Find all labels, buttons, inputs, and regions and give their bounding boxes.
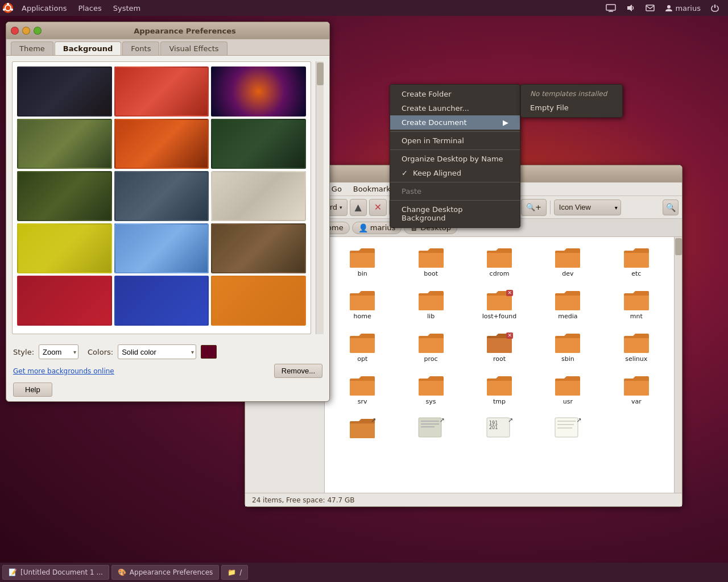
wallpaper-thumb-3[interactable] <box>211 66 306 117</box>
context-create-launcher[interactable]: Create Launcher... <box>390 101 520 115</box>
panel-mail-icon[interactable] <box>641 0 659 16</box>
remove-button[interactable]: Remove... <box>274 364 322 378</box>
style-colors-row: Style: Zoom Stretch Center Tile Colors: … <box>13 344 322 359</box>
folder-sbin[interactable]: sbin <box>535 327 601 367</box>
context-create-document[interactable]: Create Document ▶ <box>390 115 520 130</box>
fm-search-button[interactable]: 🔍 <box>663 199 679 215</box>
folder-lib[interactable]: lib <box>398 284 464 325</box>
folder-sbin-name: sbin <box>561 355 574 363</box>
view-mode-select[interactable]: Icon View List View Compact View <box>554 199 621 215</box>
tab-background[interactable]: Background <box>55 41 122 55</box>
panel-right: marius <box>601 0 728 16</box>
wallpaper-thumb-11[interactable] <box>114 223 209 273</box>
minimize-button[interactable] <box>22 27 30 35</box>
folder-proc[interactable]: proc <box>398 327 464 367</box>
wallpaper-thumb-6[interactable] <box>211 119 306 169</box>
folder-lostfound[interactable]: ✕ lost+found <box>466 284 532 325</box>
folder-boot[interactable]: boot <box>398 242 464 282</box>
ubuntu-icon[interactable] <box>0 0 16 16</box>
places-menu[interactable]: Places <box>72 0 107 16</box>
panel-volume-icon[interactable] <box>622 0 640 16</box>
tab-fonts[interactable]: Fonts <box>122 41 159 55</box>
fm-zoom-in-button[interactable]: 🔍+ <box>521 199 547 216</box>
shortcut-2[interactable]: ↗ <box>398 412 464 445</box>
wallpaper-thumb-14[interactable] <box>114 276 209 326</box>
shortcut-arrow-1: ↗ <box>371 417 376 424</box>
applications-menu[interactable]: Applications <box>16 0 72 16</box>
wallpaper-thumb-7[interactable] <box>17 171 112 221</box>
color-swatch[interactable] <box>201 345 217 359</box>
taskbar-untitled-label: [Untitled Document 1 ... <box>20 568 103 576</box>
context-create-folder[interactable]: Create Folder <box>390 87 520 101</box>
submenu-arrow-icon: ▶ <box>503 118 508 127</box>
wallpaper-thumb-9[interactable] <box>211 171 306 221</box>
shortcut-3[interactable]: 191201 ↗ <box>466 412 532 445</box>
taskbar-appearance-label: Appearance Preferences <box>130 568 213 576</box>
taskbar-item-filemanager[interactable]: 📁 / <box>221 565 248 580</box>
folder-sys[interactable]: sys <box>398 369 464 410</box>
wallpaper-area <box>6 56 329 340</box>
folder-opt[interactable]: opt <box>329 327 395 367</box>
root-badge: ✕ <box>506 332 513 339</box>
svg-point-10 <box>667 5 671 9</box>
folder-usr[interactable]: usr <box>535 369 601 410</box>
panel-power-icon[interactable] <box>706 0 723 16</box>
wallpaper-thumb-4[interactable] <box>17 119 112 169</box>
folder-srv[interactable]: srv <box>329 369 395 410</box>
taskbar-item-untitled[interactable]: 📝 [Untitled Document 1 ... <box>2 565 109 580</box>
colors-select[interactable]: Solid color Horizontal gradient Vertical… <box>118 344 196 359</box>
wallpaper-thumb-15[interactable] <box>211 276 306 326</box>
folder-dev[interactable]: dev <box>535 242 601 282</box>
shortcut-1[interactable]: ↗ <box>329 412 395 445</box>
folder-media[interactable]: media <box>535 284 601 325</box>
context-open-terminal[interactable]: Open in Terminal <box>390 134 520 148</box>
folder-selinux[interactable]: selinux <box>603 327 669 367</box>
help-button[interactable]: Help <box>13 383 52 397</box>
submenu-empty-file[interactable]: Empty File <box>521 101 622 115</box>
wallpaper-thumb-13[interactable] <box>17 276 112 326</box>
wallpaper-thumb-12[interactable] <box>211 223 306 273</box>
wallpaper-thumb-1[interactable] <box>17 66 112 117</box>
fm-up-button[interactable]: ▲ <box>350 199 367 216</box>
maximize-button[interactable] <box>34 27 42 35</box>
folder-bin[interactable]: bin <box>329 242 395 282</box>
taskbar-item-appearance[interactable]: 🎨 Appearance Preferences <box>111 565 219 580</box>
folder-srv-name: srv <box>358 398 367 405</box>
folder-root[interactable]: ✕ root <box>466 327 532 367</box>
folder-etc[interactable]: etc <box>603 242 669 282</box>
appearance-bottom: Style: Zoom Stretch Center Tile Colors: … <box>6 340 329 401</box>
wallpaper-thumb-2[interactable] <box>114 66 209 117</box>
style-select[interactable]: Zoom Stretch Center Tile <box>39 344 78 359</box>
folder-mnt[interactable]: mnt <box>603 284 669 325</box>
fm-scrollbar[interactable] <box>674 237 682 493</box>
folder-boot-name: boot <box>424 270 438 277</box>
tab-visual-effects[interactable]: Visual Effects <box>160 41 227 55</box>
context-organize[interactable]: Organize Desktop by Name <box>390 152 520 166</box>
wallpaper-thumb-10[interactable] <box>17 223 112 273</box>
folder-cdrom[interactable]: cdrom <box>466 242 532 282</box>
lostfound-badge: ✕ <box>506 290 513 296</box>
folder-tmp[interactable]: tmp <box>466 369 532 410</box>
wallpaper-thumb-5[interactable] <box>114 119 209 169</box>
context-keep-aligned[interactable]: ✓ Keep Aligned <box>390 166 520 180</box>
context-paste[interactable]: Paste <box>390 184 520 198</box>
fm-statusbar: 24 items, Free space: 47.7 GB <box>245 493 682 506</box>
panel-user-icon[interactable]: marius <box>660 0 705 16</box>
folder-var[interactable]: var <box>603 369 669 410</box>
system-menu[interactable]: System <box>107 0 146 16</box>
up-arrow-icon: ▲ <box>355 202 362 213</box>
fm-separator-2 <box>550 201 551 214</box>
shortcut-4[interactable]: ↗ <box>535 412 601 445</box>
fm-main: bin boot cdrom dev etc <box>325 237 674 493</box>
fm-stop-button[interactable]: ✕ <box>369 199 387 216</box>
taskbar-untitled-icon: 📝 <box>9 568 17 576</box>
close-button[interactable] <box>11 27 19 35</box>
context-change-background[interactable]: Change Desktop Background <box>390 202 520 225</box>
appearance-window: Appearance Preferences Theme Background … <box>6 22 330 402</box>
folder-home[interactable]: home <box>329 284 395 325</box>
wallpaper-thumb-8[interactable] <box>114 171 209 221</box>
tab-theme[interactable]: Theme <box>11 41 53 55</box>
folder-root-name: root <box>493 355 506 363</box>
folder-media-name: media <box>558 313 577 320</box>
get-more-link[interactable]: Get more backgrounds online <box>13 367 114 375</box>
